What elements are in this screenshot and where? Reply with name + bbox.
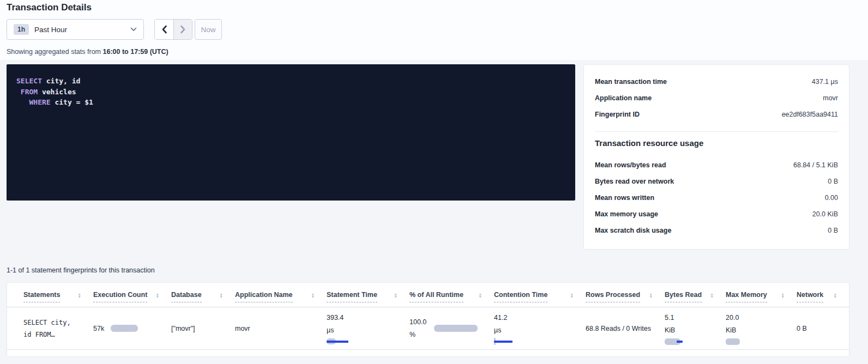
col-header-max-memory[interactable]: Max Memory▲▼ bbox=[726, 283, 797, 307]
summary-value: 0 B bbox=[828, 178, 838, 185]
col-header-pct-of-all-runtime[interactable]: % of All Runtime▲▼ bbox=[409, 283, 494, 307]
now-button[interactable]: Now bbox=[195, 19, 222, 40]
chevron-left-icon bbox=[161, 25, 167, 34]
chevron-down-icon bbox=[130, 27, 137, 32]
sql-line: WHERE city = $1 bbox=[16, 97, 565, 108]
sort-icon[interactable]: ▲▼ bbox=[479, 293, 482, 298]
sql-keyword: FROM bbox=[21, 88, 38, 96]
summary-value: 0.00 bbox=[825, 194, 838, 202]
sql-line: SELECT city, id bbox=[16, 76, 565, 87]
aggregation-note-range: 16:00 to 17:59 (UTC) bbox=[103, 48, 168, 56]
table-footer bbox=[7, 350, 849, 356]
sql-keyword: SELECT bbox=[16, 77, 42, 85]
sort-icon[interactable]: ▲▼ bbox=[311, 293, 315, 298]
runtime-value: 100.0 bbox=[409, 316, 426, 329]
summary-value: movr bbox=[823, 94, 838, 102]
network-value: 0 B bbox=[797, 325, 807, 332]
sort-icon[interactable]: ▲▼ bbox=[220, 293, 223, 298]
runtime-cell: 100.0 % bbox=[409, 316, 489, 341]
summary-row-max-scratch-disk-usage: Max scratch disk usage 0 B bbox=[595, 222, 838, 239]
application-name-value: movr bbox=[235, 325, 250, 332]
sql-keyword: WHERE bbox=[29, 98, 50, 106]
summary-value: 68.84 / 5.1 KiB bbox=[793, 161, 838, 169]
page-title: Transaction Details bbox=[7, 2, 92, 13]
sort-icon[interactable]: ▲▼ bbox=[834, 293, 837, 298]
col-header-statements[interactable]: Statements▲▼ bbox=[7, 283, 93, 307]
summary-row-mean-rows-bytes-read: Mean rows/bytes read 68.84 / 5.1 KiB bbox=[595, 157, 838, 173]
sort-icon[interactable]: ▲▼ bbox=[781, 293, 785, 298]
time-nav-group bbox=[154, 19, 192, 40]
summary-label: Max memory usage bbox=[595, 210, 658, 218]
summary-row-mean-transaction-time: Mean transaction time 437.1 µs bbox=[595, 74, 838, 90]
col-header-bytes-read[interactable]: Bytes Read▲▼ bbox=[665, 283, 726, 307]
summary-value: 437.1 µs bbox=[812, 78, 838, 86]
summary-label: Mean rows/bytes read bbox=[595, 161, 666, 169]
col-header-network[interactable]: Network▲▼ bbox=[797, 283, 849, 307]
next-time-button[interactable] bbox=[173, 20, 192, 39]
statement-time-value: 393.4 bbox=[327, 312, 404, 324]
col-header-statement-time[interactable]: Statement Time▲▼ bbox=[327, 283, 409, 307]
sql-statement-box: SELECT city, id FROM vehicles WHERE city… bbox=[7, 64, 575, 201]
execution-count-value: 57k bbox=[93, 325, 104, 332]
runtime-bar bbox=[434, 325, 478, 332]
col-header-application-name[interactable]: Application Name▲▼ bbox=[235, 283, 327, 307]
summary-value: 0 B bbox=[828, 227, 838, 234]
bytes-read-unit: KiB bbox=[665, 324, 720, 337]
summary-row-application-name: Application name movr bbox=[595, 90, 838, 106]
summary-label: Fingerprint ID bbox=[595, 111, 640, 118]
sort-icon[interactable]: ▲▼ bbox=[78, 293, 81, 298]
statement-count-note: 1-1 of 1 statement fingerprints for this… bbox=[7, 266, 155, 274]
statement-time-cell: 393.4 µs bbox=[327, 312, 404, 345]
contention-time-bar bbox=[494, 338, 518, 345]
summary-row-fingerprint-id: Fingerprint ID ee2df683f5aa9411 bbox=[595, 106, 838, 123]
aggregation-note: Showing aggregated stats from 16:00 to 1… bbox=[7, 48, 168, 56]
col-header-database[interactable]: Database▲▼ bbox=[171, 283, 235, 307]
database-value: ["movr"] bbox=[171, 325, 195, 332]
time-range-dropdown[interactable]: 1h Past Hour bbox=[7, 19, 144, 40]
execution-count-bar bbox=[111, 325, 138, 332]
resource-usage-heading: Transaction resource usage bbox=[595, 137, 838, 149]
col-header-contention-time[interactable]: Contention Time▲▼ bbox=[494, 283, 586, 307]
statement-time-bar bbox=[327, 338, 351, 345]
sort-icon[interactable]: ▲▼ bbox=[710, 293, 714, 298]
time-range-label: Past Hour bbox=[34, 26, 67, 34]
sql-text: city = $1 bbox=[51, 98, 93, 106]
sort-icon[interactable]: ▲▼ bbox=[649, 293, 653, 298]
aggregation-note-prefix: Showing aggregated stats from bbox=[7, 48, 103, 56]
runtime-unit: % bbox=[409, 329, 426, 341]
rows-processed-value: 68.8 Reads / 0 Writes bbox=[586, 325, 651, 332]
sql-line: FROM vehicles bbox=[16, 87, 565, 98]
summary-label: Application name bbox=[595, 94, 652, 102]
statements-table-card: Statements▲▼ Execution Count▲▼ Database▲… bbox=[7, 282, 849, 357]
max-memory-cell: 20.0 KiB bbox=[726, 312, 791, 345]
sql-text: city, id bbox=[42, 77, 80, 85]
bytes-read-value: 5.1 bbox=[665, 312, 720, 324]
statement-time-unit: µs bbox=[327, 324, 404, 337]
time-range-badge: 1h bbox=[14, 24, 29, 35]
sort-icon[interactable]: ▲▼ bbox=[570, 293, 574, 298]
sql-text: vehicles bbox=[38, 88, 76, 96]
contention-time-cell: 41.2 µs bbox=[494, 312, 580, 345]
max-memory-unit: KiB bbox=[726, 324, 791, 337]
statement-link[interactable]: SELECT city,id FROM… bbox=[23, 317, 88, 341]
transaction-summary-card: Mean transaction time 437.1 µs Applicati… bbox=[583, 64, 849, 250]
bytes-read-cell: 5.1 KiB bbox=[665, 312, 720, 345]
execution-count-cell: 57k bbox=[93, 325, 166, 332]
summary-label: Bytes read over network bbox=[595, 178, 674, 185]
sort-icon[interactable]: ▲▼ bbox=[156, 293, 159, 298]
contention-time-unit: µs bbox=[494, 324, 580, 337]
summary-value: ee2df683f5aa9411 bbox=[782, 111, 838, 118]
max-memory-value: 20.0 bbox=[726, 312, 791, 324]
col-header-execution-count[interactable]: Execution Count▲▼ bbox=[93, 283, 171, 307]
summary-divider bbox=[595, 131, 838, 132]
max-memory-bar bbox=[726, 338, 742, 345]
summary-label: Max scratch disk usage bbox=[595, 227, 671, 234]
table-header-row: Statements▲▼ Execution Count▲▼ Database▲… bbox=[7, 283, 849, 307]
prev-time-button[interactable] bbox=[155, 20, 173, 39]
statement-row: SELECT city,id FROM… 57k ["movr"] movr 3… bbox=[7, 307, 849, 350]
col-header-rows-processed[interactable]: Rows Processed▲▼ bbox=[586, 283, 665, 307]
chevron-right-icon bbox=[180, 25, 186, 34]
summary-row-mean-rows-written: Mean rows written 0.00 bbox=[595, 190, 838, 206]
summary-label: Mean rows written bbox=[595, 194, 654, 202]
sort-icon[interactable]: ▲▼ bbox=[394, 293, 397, 298]
